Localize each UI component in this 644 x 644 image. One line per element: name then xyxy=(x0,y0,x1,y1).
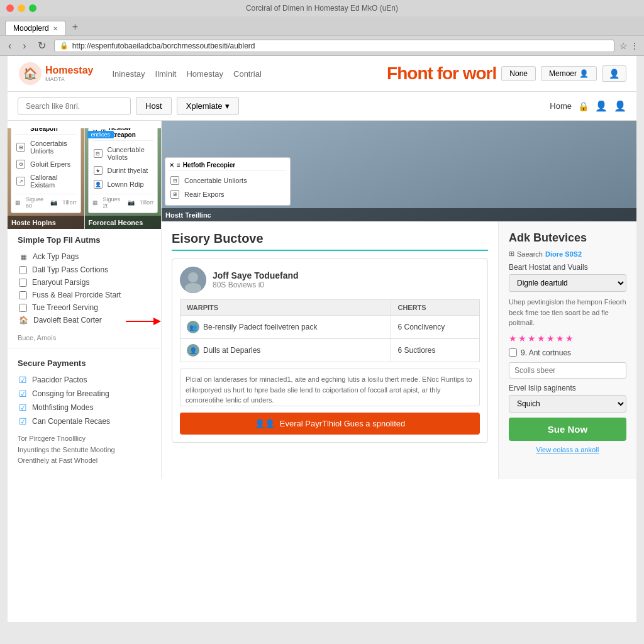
minimize-btn[interactable] xyxy=(18,4,25,12)
table-cell: 👤 Dulls at Deparles xyxy=(180,339,391,362)
nav-actions: ☆ ⋮ xyxy=(619,41,639,51)
logo-area: 🏠 Homestay MADTA xyxy=(18,61,93,86)
payment-label: Everal PayrTlhiol Gues a spnolited xyxy=(280,419,405,428)
list-item: 🖥 Reair Expors xyxy=(169,187,286,201)
tagline: Fhont for worl xyxy=(387,64,496,84)
rs-search-row: ⊞ Saearch Diore S0S2 xyxy=(509,250,626,258)
grid-icon: ⊟ xyxy=(94,149,103,158)
tab-close-icon[interactable]: ✕ xyxy=(53,25,58,32)
menu-icon[interactable]: ⋮ xyxy=(630,41,639,51)
tab-bar: Moodplerd ✕ + xyxy=(0,16,644,35)
rs-host-label: Beart Hostat and Vuails xyxy=(509,263,626,272)
tue-checkbox[interactable] xyxy=(19,304,27,312)
main-layout: ✕ ⊞ Nafora Streaporr ⊟ Concertabis Unlio… xyxy=(8,121,636,479)
row-icon-1: 👥 Be-rensily Padect foelivetren pack xyxy=(187,321,384,333)
section-title: Eisory Buctove xyxy=(172,231,488,251)
forward-button[interactable]: › xyxy=(19,39,29,53)
window-title: Corciral of Dimen in Homestay Ed MkO (uE… xyxy=(246,4,398,13)
monitor-icon: 🖥 xyxy=(170,190,179,199)
hero-card-2: entlices ✕ 🖥 Hestow Streapon ⊟ Cuncertab… xyxy=(84,128,162,229)
col-header-warpits: WARPITS xyxy=(180,300,391,316)
row-icon-2: 👤 Dulls at Deparles xyxy=(187,344,384,357)
refresh-button[interactable]: ↻ xyxy=(35,38,49,53)
close-icon[interactable]: ✕ xyxy=(15,128,20,129)
rs-title: Adk Butevices xyxy=(509,231,626,245)
list-item: ⊟ Cuncertable Vollots xyxy=(92,143,154,164)
secure-payments-section: Secure Payments ☑ Paacidor Pactos ☑ Cons… xyxy=(8,353,161,472)
table-cell: 6 Conclivency xyxy=(391,316,480,339)
dropdown2-title: Hestow Streapon xyxy=(109,128,154,138)
secure-item-3: ☑ Mothfisting Modes xyxy=(18,401,151,414)
avatar-svg xyxy=(180,267,206,293)
camera-icon: 📷 xyxy=(50,199,57,206)
profile-button[interactable]: 👤 xyxy=(602,65,626,82)
right-sidebar: Adk Butevices ⊞ Saearch Diore S0S2 Beart… xyxy=(498,221,636,479)
rs-host-dropdown[interactable]: Dignle deartuld xyxy=(509,274,626,292)
home-link[interactable]: Home xyxy=(550,101,572,111)
chevron-down-icon: ▾ xyxy=(225,101,230,111)
tab-label: Moodplerd xyxy=(13,24,49,33)
nav-ilminit[interactable]: Ilminit xyxy=(155,69,177,79)
nav-contrial[interactable]: Contrial xyxy=(233,69,262,79)
logo-name: Homestay xyxy=(45,65,93,76)
review-card: Joff Saye Toduefand 80S Boviews i0 WARPI… xyxy=(172,258,488,443)
reviewer-sub: 80S Boviews i0 xyxy=(213,280,299,289)
back-button[interactable]: ‹ xyxy=(5,39,14,53)
member-button[interactable]: Memoer 👤 xyxy=(541,66,597,81)
rs-checkbox-label: 9. Ant cortnues xyxy=(521,348,571,357)
list-item: ↗ Calloraal Existam xyxy=(15,171,77,191)
close-icon[interactable]: ✕ xyxy=(169,162,174,169)
view-link[interactable]: View eolass a ankolI xyxy=(509,446,626,453)
footer-text-3: Orentlhely at Fast Whodel xyxy=(18,455,151,467)
new-tab-button[interactable]: + xyxy=(67,19,83,35)
header-actions: Fhont for worl None Memoer 👤 👤 xyxy=(387,64,626,84)
user-icon-1: 👤 xyxy=(595,100,608,112)
check-icon-1: ☑ xyxy=(19,375,27,385)
table-cell: 6 Suctiores xyxy=(391,339,480,362)
house-icon: 🏠 xyxy=(19,316,28,325)
xplemiate-dropdown[interactable]: Xplemiate ▾ xyxy=(177,97,239,115)
payment-button[interactable]: 👤👤 Everal PayrTlhiol Gues a spnolited xyxy=(180,413,480,435)
main-content: Eisory Buctove Joff Say xyxy=(162,221,498,479)
nav-ininestay[interactable]: Ininestay xyxy=(112,69,145,79)
url-bar[interactable]: 🔒 http://espenfutobaeiladcba/borchmessou… xyxy=(54,40,614,52)
hero-name-1: Hoste Hoplns xyxy=(11,219,56,226)
host-button[interactable]: Host xyxy=(136,97,172,115)
none-button[interactable]: None xyxy=(501,66,536,81)
rs-checkbox[interactable] xyxy=(509,348,517,357)
active-tab[interactable]: Moodplerd ✕ xyxy=(5,21,66,35)
rs-search-text: Saearch xyxy=(517,250,543,258)
hero-card-3: ✕ ≡ Hetfoth Frecopier ⊟ Concertable Unli… xyxy=(162,121,636,221)
fuss-checkbox[interactable] xyxy=(19,291,27,299)
sidebar-heading-1: Simple Top Fil Autms xyxy=(18,235,151,245)
review-table: WARPITS CHERTS 👥 Be-rensily Padec xyxy=(180,299,480,362)
arrow-icon: ↗ xyxy=(16,177,25,186)
bookmark-icon[interactable]: ☆ xyxy=(619,41,628,51)
reviewer-info: Joff Saye Toduefand 80S Boviews i0 xyxy=(180,267,480,293)
sub-note: Buce, Amois xyxy=(8,333,161,343)
dall-checkbox[interactable] xyxy=(19,266,27,274)
title-bar: Corciral of Dimen in Homestay Ed MkO (uE… xyxy=(0,0,644,16)
camera-icon: 📷 xyxy=(128,199,135,206)
rs-search-field[interactable] xyxy=(509,362,626,379)
secure-item-2: ☑ Consging for Breeating xyxy=(18,387,151,401)
search-input[interactable] xyxy=(18,97,131,115)
lock-icon: 🔒 xyxy=(60,42,69,50)
content-right-row: Eisory Buctove Joff Say xyxy=(162,221,636,479)
check-icon-2: ☑ xyxy=(19,389,27,399)
svg-point-5 xyxy=(185,283,201,293)
enaryout-checkbox[interactable] xyxy=(19,279,27,287)
check-icon-4: ☑ xyxy=(19,416,27,426)
search-bar: Host Xplemiate ▾ Home 🔒 👤 👤 xyxy=(8,92,636,121)
logo-text-area: Homestay MADTA xyxy=(45,65,93,82)
close-btn[interactable] xyxy=(6,4,14,12)
sue-now-button[interactable]: Sue Now xyxy=(509,418,626,441)
list-item: 👤 Lownn Rdip xyxy=(92,177,154,191)
secure-item-4: ☑ Can Copentale Recaes xyxy=(18,414,151,428)
left-sidebar: ✕ ⊞ Nafora Streaporr ⊟ Concertabis Unlio… xyxy=(8,121,162,479)
maximize-btn[interactable] xyxy=(29,4,36,12)
rs-sub-select[interactable]: Squich xyxy=(509,395,626,413)
nav-homestay[interactable]: Homestay xyxy=(186,69,223,79)
sidebar-item-enaryout: Enaryout Parsigs xyxy=(18,276,151,289)
hero-name-3: Hostt Treillinc xyxy=(165,211,211,219)
